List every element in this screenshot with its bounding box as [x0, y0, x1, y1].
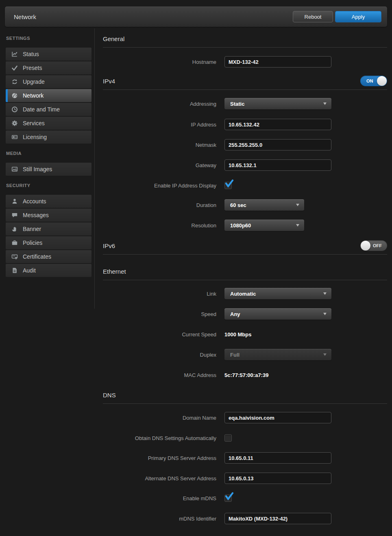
enable-ip-display-checkbox[interactable] — [224, 182, 232, 189]
sidebar-item-still-images[interactable]: Still Images — [6, 163, 91, 176]
ip-address-row: IP Address — [103, 119, 387, 130]
section-title-ipv4: IPv4 — [103, 78, 115, 85]
section-rule — [103, 280, 387, 280]
resolution-select-value: 1080p60 — [230, 222, 251, 229]
link-row: Link Automatic — [103, 288, 387, 299]
sidebar-section-settings: SETTINGS — [6, 36, 91, 41]
sidebar-item-services[interactable]: Services — [6, 117, 91, 130]
chevron-down-icon — [323, 292, 327, 295]
ipv6-toggle[interactable]: OFF — [360, 240, 387, 251]
link-select-value: Automatic — [230, 291, 256, 297]
sidebar-item-presets[interactable]: Presets — [6, 61, 91, 74]
sidebar-item-upgrade[interactable]: Upgrade — [6, 75, 91, 88]
link-select[interactable]: Automatic — [224, 288, 331, 299]
sidebar: SETTINGS Status Presets Upgrade Network — [6, 36, 91, 278]
sidebar-item-label: Accounts — [23, 198, 46, 205]
sidebar-item-licensing[interactable]: Licensing — [6, 131, 91, 144]
document-icon — [11, 267, 18, 274]
enable-mdns-checkbox[interactable] — [224, 495, 232, 502]
license-card-icon — [11, 134, 18, 140]
sidebar-item-label: Network — [23, 92, 44, 99]
section-dns: DNS — [103, 390, 387, 404]
sidebar-item-status[interactable]: Status — [6, 48, 91, 61]
sidebar-item-accounts[interactable]: Accounts — [6, 195, 91, 208]
sidebar-item-date-and-time[interactable]: Date and Time — [6, 103, 91, 116]
duration-select-value: 60 sec — [230, 202, 246, 208]
sidebar-item-policies[interactable]: Policies — [6, 236, 91, 249]
speech-bubble-icon — [11, 212, 18, 218]
sidebar-item-label: Audit — [23, 267, 36, 274]
ip-address-input[interactable] — [224, 119, 331, 130]
sidebar-section-media: MEDIA — [6, 151, 91, 156]
briefcase-icon — [11, 240, 18, 246]
toggle-knob — [361, 241, 370, 251]
gateway-label: Gateway — [103, 159, 216, 171]
section-title-ethernet: Ethernet — [103, 268, 126, 275]
certificate-icon — [11, 253, 18, 260]
mdns-identifier-label: mDNS Identifier — [103, 513, 216, 524]
enable-ip-display-row: Enable IP Address Display — [103, 181, 387, 190]
sidebar-item-certificates[interactable]: Certificates — [6, 250, 91, 263]
netmask-input[interactable] — [224, 139, 331, 150]
mdns-identifier-input[interactable] — [224, 513, 331, 524]
sidebar-item-label: Certificates — [23, 253, 51, 260]
section-rule — [103, 403, 387, 404]
chevron-down-icon — [323, 313, 327, 315]
addressing-select[interactable]: Static — [224, 98, 331, 109]
duration-select[interactable]: 60 sec — [224, 199, 304, 211]
sidebar-divider — [94, 28, 95, 309]
section-title-ipv6: IPv6 — [103, 242, 115, 249]
section-ipv4: IPv4 ON — [103, 76, 387, 90]
checkmark-icon — [225, 492, 234, 500]
checkmark-icon — [225, 179, 234, 187]
ipv6-toggle-label: OFF — [373, 243, 382, 248]
addressing-select-value: Static — [230, 101, 244, 107]
sidebar-item-label: Licensing — [23, 134, 47, 140]
resolution-select[interactable]: 1080p60 — [224, 220, 304, 231]
domain-name-row: Domain Name — [103, 412, 387, 423]
gear-icon — [11, 120, 18, 126]
resolution-row: Resolution 1080p60 — [103, 220, 387, 231]
sidebar-item-banner[interactable]: Banner — [6, 222, 91, 235]
ipv4-toggle-label: ON — [366, 78, 373, 84]
current-speed-row: Current Speed 1000 Mbps — [103, 329, 387, 340]
speed-select[interactable]: Any — [224, 308, 331, 320]
title-bar: Network Reboot Apply — [5, 7, 387, 27]
duplex-select[interactable]: Full — [224, 349, 331, 360]
domain-name-label: Domain Name — [103, 412, 216, 423]
sidebar-item-network[interactable]: Network — [6, 89, 91, 102]
chevron-down-icon — [323, 102, 327, 105]
obtain-dns-checkbox[interactable] — [224, 434, 232, 442]
sidebar-item-messages[interactable]: Messages — [6, 209, 91, 222]
person-icon — [11, 198, 18, 205]
sidebar-item-audit[interactable]: Audit — [6, 264, 91, 277]
hand-icon — [11, 226, 18, 232]
gateway-input[interactable] — [224, 159, 331, 171]
chevron-down-icon — [323, 353, 327, 356]
sidebar-item-label: Status — [23, 51, 39, 57]
enable-ip-display-label: Enable IP Address Display — [103, 181, 216, 190]
network-settings-page: Network Reboot Apply SETTINGS Status Pre… — [0, 0, 392, 536]
mac-address-value: 5c:77:57:00:a7:39 — [224, 372, 268, 378]
alternate-dns-row: Alternate DNS Server Address — [103, 473, 387, 484]
hostname-label: Hostname — [103, 56, 216, 68]
line-chart-icon — [11, 51, 18, 57]
speed-select-value: Any — [230, 311, 240, 317]
sidebar-item-label: Messages — [23, 212, 49, 218]
sidebar-item-label: Date and Time — [23, 106, 60, 113]
ipv4-toggle[interactable]: ON — [360, 76, 387, 86]
alternate-dns-input[interactable] — [224, 473, 331, 484]
domain-name-input[interactable] — [224, 412, 331, 423]
hostname-input[interactable] — [224, 56, 331, 68]
toggle-knob — [377, 76, 387, 86]
primary-dns-input[interactable] — [224, 452, 331, 464]
section-ipv6: IPv6 OFF — [103, 240, 387, 255]
link-label: Link — [103, 288, 216, 299]
reboot-button[interactable]: Reboot — [293, 11, 333, 22]
addressing-row: Addressing Static — [103, 98, 387, 109]
netmask-row: Netmask — [103, 139, 387, 150]
addressing-label: Addressing — [103, 98, 216, 109]
section-rule — [103, 47, 387, 48]
sidebar-item-label: Presets — [23, 65, 42, 71]
apply-button[interactable]: Apply — [335, 11, 381, 22]
